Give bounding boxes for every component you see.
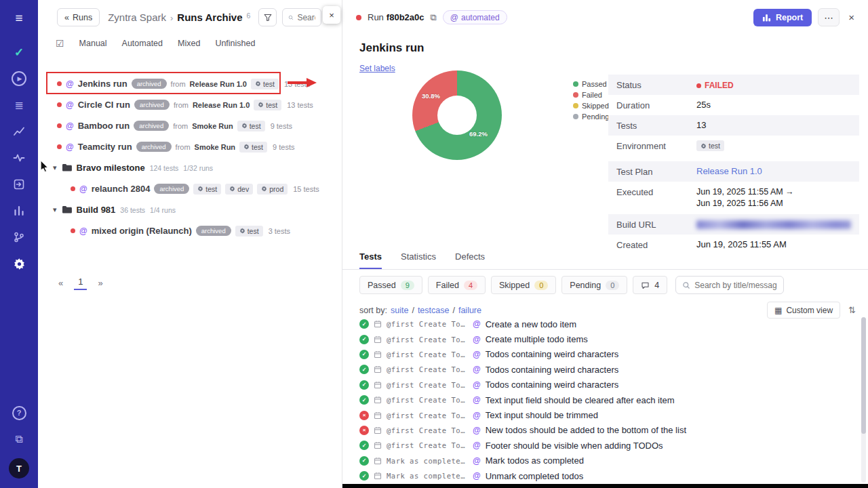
runs-search-input[interactable]	[297, 13, 315, 22]
filter-label: Pending	[570, 281, 601, 290]
prev-page-button[interactable]: «	[58, 278, 63, 288]
bar-chart-icon[interactable]	[7, 199, 31, 222]
test-title[interactable]: Create multiple todo items	[486, 334, 588, 344]
test-title[interactable]: Unmark completed todos	[486, 471, 584, 481]
passed-dot	[573, 81, 578, 87]
page-1-button[interactable]: 1	[74, 275, 87, 290]
environment-label: test	[205, 185, 217, 193]
play-runs-icon[interactable]: ▶	[7, 67, 31, 90]
tab-manual[interactable]: Manual	[79, 39, 107, 48]
folder-tests-count: 124 tests	[150, 164, 179, 172]
run-list-item-circleci[interactable]: @ Circle CI run archived from Release Ru…	[38, 94, 342, 115]
back-to-runs-button[interactable]: « Runs	[57, 8, 100, 26]
run-list-item-jenkins[interactable]: @ Jenkins run archived from Release Run …	[38, 73, 342, 94]
test-result-row[interactable]: × @first Create To… @ Text input should …	[359, 407, 859, 422]
folder-build-981[interactable]: ▾ Build 981 36 tests 1/4 runs	[38, 199, 342, 220]
test-result-row[interactable]: ✓ @first Create To… @ Create a new todo …	[359, 317, 859, 331]
from-label: from	[174, 101, 189, 109]
search-icon	[288, 14, 294, 22]
test-title[interactable]: Footer should be visible when adding TOD…	[486, 441, 663, 451]
chevron-down-icon[interactable]: ▾	[53, 163, 57, 172]
test-title[interactable]: Todos containing weird characters	[486, 380, 619, 390]
next-page-button[interactable]: »	[98, 278, 102, 288]
failed-status-dot	[71, 228, 75, 233]
close-panel-button[interactable]: ×	[323, 6, 340, 24]
set-labels-link[interactable]: Set labels	[359, 64, 395, 73]
projects-copy-icon[interactable]: ⧉	[7, 428, 31, 451]
test-plan-link[interactable]: Release Run 1.0	[696, 166, 762, 176]
filter-comments-button[interactable]: 4	[633, 276, 667, 294]
analytics-line-icon[interactable]	[7, 120, 31, 143]
gear-icon	[255, 81, 261, 87]
test-title[interactable]: New todos should be added to the bottom …	[486, 425, 686, 435]
tab-defects[interactable]: Defects	[455, 251, 485, 269]
test-result-row[interactable]: × @first Create To… @ New todos should b…	[359, 423, 859, 438]
more-options-button[interactable]: ⋯	[818, 8, 840, 26]
run-list-item-bamboo[interactable]: @ Bamboo run archived from Smoke Run tes…	[38, 115, 342, 136]
test-result-row[interactable]: ✓ @first Create To… @ Create multiple to…	[359, 331, 859, 346]
suites-list-icon[interactable]: ≣	[7, 94, 31, 117]
test-result-row[interactable]: ✓ @first Create To… @ Todos containing w…	[359, 362, 859, 377]
scrollbar-thumb[interactable]	[861, 317, 866, 434]
branch-icon[interactable]	[7, 226, 31, 249]
tests-check-icon[interactable]: ✓	[7, 41, 31, 64]
tab-tests[interactable]: Tests	[359, 251, 382, 269]
close-run-detail-icon[interactable]: ×	[848, 12, 854, 23]
test-result-row[interactable]: ✓ Mark as complete… @ Unmark completed t…	[359, 468, 859, 483]
folder-bravo-milestone[interactable]: ▾ Bravo milestone 124 tests 1/32 runs	[38, 157, 342, 178]
test-title[interactable]: Create a new todo item	[486, 319, 576, 329]
avatar[interactable]: T	[9, 458, 29, 479]
tests-count: 15 tests	[293, 185, 319, 193]
sort-direction-icon[interactable]: ⇅	[848, 305, 856, 315]
run-list-item-teamcity[interactable]: @ Teamcity run archived from Smoke Run t…	[38, 136, 342, 157]
grid-icon: ▦	[774, 306, 782, 315]
tab-statistics[interactable]: Statistics	[401, 251, 436, 269]
tab-automated[interactable]: Automated	[122, 39, 163, 48]
test-title[interactable]: Mark todos as completed	[486, 455, 584, 466]
tests-count: 3 tests	[269, 227, 290, 235]
filter-funnel-button[interactable]	[258, 8, 277, 26]
test-result-row[interactable]: ✓ @first Create To… @ Text input field s…	[359, 392, 859, 407]
filter-passed-button[interactable]: Passed 9	[359, 276, 422, 294]
automated-test-icon: @	[473, 365, 481, 374]
test-title[interactable]: Text input field should be cleared after…	[486, 395, 675, 405]
archived-badge: archived	[134, 100, 170, 110]
test-title[interactable]: Todos containing weird characters	[486, 349, 619, 359]
report-button[interactable]: Report	[753, 9, 812, 26]
filter-skipped-button[interactable]: Skipped 0	[491, 276, 556, 294]
test-result-row[interactable]: ✓ @first Create To… @ Footer should be v…	[359, 438, 859, 453]
settings-gear-icon[interactable]	[7, 252, 31, 275]
copy-icon[interactable]: ⧉	[431, 12, 437, 23]
source-run-name: Release Run 1.0	[190, 80, 247, 88]
tab-unfinished[interactable]: Unfinished	[215, 39, 255, 48]
pulse-activity-icon[interactable]	[7, 146, 31, 169]
tab-mixed[interactable]: Mixed	[178, 39, 200, 48]
build-url-redacted-link[interactable]	[696, 220, 851, 229]
test-result-row[interactable]: ✓ @first Create To… @ Todos containing w…	[359, 378, 859, 392]
results-donut: 30.8% 69.2%	[412, 70, 502, 160]
test-suite-label: @first Create To…	[387, 381, 468, 389]
sort-by-failure-link[interactable]: failure	[458, 306, 481, 315]
export-icon[interactable]	[7, 173, 31, 196]
chevron-down-icon[interactable]: ▾	[53, 205, 57, 214]
folder-runs-count: 1/4 runs	[150, 206, 176, 214]
sort-by-testcase-link[interactable]: testcase	[418, 306, 450, 315]
sort-by-suite-link[interactable]: suite	[391, 306, 408, 315]
help-icon[interactable]: ?	[7, 401, 31, 424]
test-result-row[interactable]: ✓ @first Create To… @ Todos containing w…	[359, 347, 859, 362]
scrollbar[interactable]	[861, 317, 866, 483]
run-list-item-mixed-origin[interactable]: @ mixed origin (Relaunch) archived test …	[38, 220, 342, 241]
menu-icon[interactable]: ≡	[7, 7, 31, 30]
automated-test-icon: @	[473, 335, 481, 344]
tests-search-input[interactable]	[694, 281, 777, 290]
test-title[interactable]: Todos containing weird characters	[486, 365, 619, 375]
test-result-row[interactable]: ✓ Mark as complete… @ Mark todos as comp…	[359, 453, 859, 468]
run-list-item-relaunch-2804[interactable]: @ relaunch 2804 archived test dev prod 1…	[38, 178, 342, 199]
test-title[interactable]: Text input should be trimmed	[486, 410, 598, 420]
filter-pending-button[interactable]: Pending 0	[561, 276, 627, 294]
automated-test-icon: @	[473, 426, 481, 435]
gear-icon	[241, 123, 248, 129]
breadcrumb-project[interactable]: Zyntra Spark	[108, 12, 166, 23]
filter-failed-button[interactable]: Failed 4	[428, 276, 486, 294]
select-all-checklist-icon[interactable]: ☑	[56, 38, 64, 49]
